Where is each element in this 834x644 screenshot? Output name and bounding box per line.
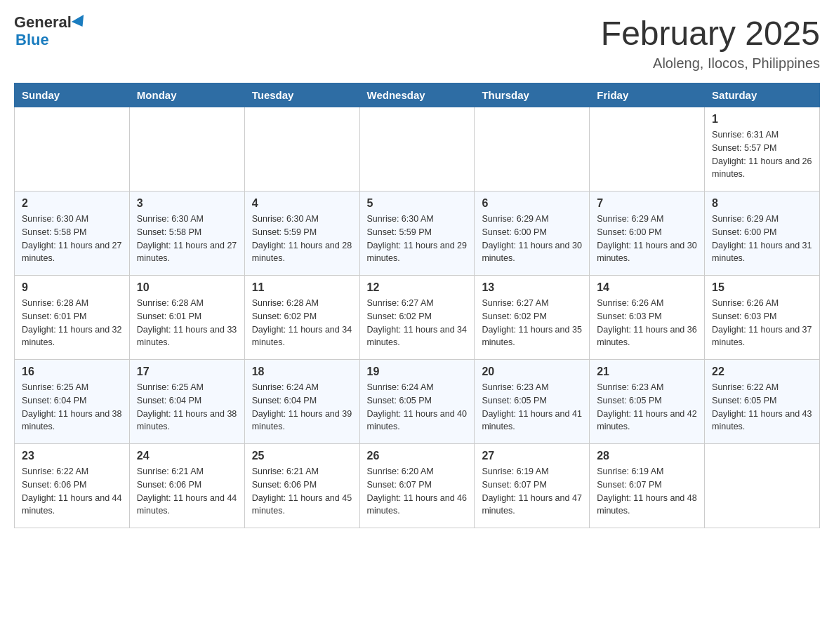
day-number: 11 <box>252 281 352 294</box>
day-info: Sunrise: 6:20 AMSunset: 6:07 PMDaylight:… <box>367 465 468 518</box>
day-number: 19 <box>367 365 468 378</box>
title-block: February 2025 Aloleng, Ilocos, Philippin… <box>601 14 820 72</box>
day-info: Sunrise: 6:24 AMSunset: 6:05 PMDaylight:… <box>367 381 468 434</box>
day-number: 28 <box>597 450 697 462</box>
header-monday: Monday <box>129 83 244 107</box>
day-info: Sunrise: 6:30 AMSunset: 5:58 PMDaylight:… <box>137 213 237 265</box>
calendar-day-cell: 15Sunrise: 6:26 AMSunset: 6:03 PMDayligh… <box>705 276 820 360</box>
day-info: Sunrise: 6:29 AMSunset: 6:00 PMDaylight:… <box>482 213 582 265</box>
day-number: 24 <box>137 450 237 462</box>
day-number: 5 <box>367 197 468 210</box>
calendar-day-cell <box>359 107 475 192</box>
header-thursday: Thursday <box>475 83 590 107</box>
day-info: Sunrise: 6:29 AMSunset: 6:00 PMDaylight:… <box>712 213 812 265</box>
calendar-day-cell <box>129 107 244 192</box>
calendar-day-cell: 7Sunrise: 6:29 AMSunset: 6:00 PMDaylight… <box>590 192 705 276</box>
calendar-day-cell: 22Sunrise: 6:22 AMSunset: 6:05 PMDayligh… <box>705 360 820 444</box>
calendar-subtitle: Aloleng, Ilocos, Philippines <box>601 55 820 72</box>
day-info: Sunrise: 6:26 AMSunset: 6:03 PMDaylight:… <box>712 297 812 349</box>
day-info: Sunrise: 6:31 AMSunset: 5:57 PMDaylight:… <box>712 128 812 181</box>
calendar-title: February 2025 <box>601 14 820 53</box>
day-info: Sunrise: 6:23 AMSunset: 6:05 PMDaylight:… <box>482 381 582 434</box>
day-info: Sunrise: 6:19 AMSunset: 6:07 PMDaylight:… <box>597 465 697 518</box>
calendar-day-cell: 18Sunrise: 6:24 AMSunset: 6:04 PMDayligh… <box>244 360 359 444</box>
calendar-day-cell <box>244 107 359 192</box>
calendar-day-cell: 26Sunrise: 6:20 AMSunset: 6:07 PMDayligh… <box>359 444 475 528</box>
day-number: 10 <box>137 281 237 294</box>
day-number: 4 <box>252 197 352 210</box>
day-info: Sunrise: 6:25 AMSunset: 6:04 PMDaylight:… <box>22 381 122 434</box>
day-number: 16 <box>22 365 122 378</box>
day-info: Sunrise: 6:29 AMSunset: 6:00 PMDaylight:… <box>597 213 697 265</box>
calendar-day-cell: 21Sunrise: 6:23 AMSunset: 6:05 PMDayligh… <box>590 360 705 444</box>
logo-general: General <box>14 14 72 31</box>
calendar-day-cell: 6Sunrise: 6:29 AMSunset: 6:00 PMDaylight… <box>475 192 590 276</box>
calendar-day-cell: 25Sunrise: 6:21 AMSunset: 6:06 PMDayligh… <box>244 444 359 528</box>
day-info: Sunrise: 6:22 AMSunset: 6:05 PMDaylight:… <box>712 381 812 434</box>
day-number: 3 <box>137 197 237 210</box>
day-number: 23 <box>22 450 122 462</box>
calendar-week-row: 16Sunrise: 6:25 AMSunset: 6:04 PMDayligh… <box>15 360 820 444</box>
day-info: Sunrise: 6:26 AMSunset: 6:03 PMDaylight:… <box>597 297 697 349</box>
calendar-day-cell: 16Sunrise: 6:25 AMSunset: 6:04 PMDayligh… <box>15 360 130 444</box>
calendar-day-cell: 11Sunrise: 6:28 AMSunset: 6:02 PMDayligh… <box>244 276 359 360</box>
calendar-day-cell: 12Sunrise: 6:27 AMSunset: 6:02 PMDayligh… <box>359 276 475 360</box>
calendar-day-cell: 4Sunrise: 6:30 AMSunset: 5:59 PMDaylight… <box>244 192 359 276</box>
weekday-header-row: Sunday Monday Tuesday Wednesday Thursday… <box>15 83 820 107</box>
day-number: 27 <box>482 450 582 462</box>
day-number: 15 <box>712 281 812 294</box>
calendar-day-cell: 27Sunrise: 6:19 AMSunset: 6:07 PMDayligh… <box>475 444 590 528</box>
day-info: Sunrise: 6:28 AMSunset: 6:01 PMDaylight:… <box>137 297 237 349</box>
calendar-day-cell: 24Sunrise: 6:21 AMSunset: 6:06 PMDayligh… <box>129 444 244 528</box>
logo: General Blue <box>14 14 87 49</box>
day-info: Sunrise: 6:30 AMSunset: 5:59 PMDaylight:… <box>252 213 352 265</box>
day-number: 9 <box>22 281 122 294</box>
calendar-week-row: 9Sunrise: 6:28 AMSunset: 6:01 PMDaylight… <box>15 276 820 360</box>
day-number: 21 <box>597 365 697 378</box>
day-info: Sunrise: 6:22 AMSunset: 6:06 PMDaylight:… <box>22 465 122 518</box>
day-info: Sunrise: 6:28 AMSunset: 6:02 PMDaylight:… <box>252 297 352 349</box>
day-number: 2 <box>22 197 122 210</box>
logo-blue: Blue <box>15 31 49 49</box>
day-number: 13 <box>482 281 582 294</box>
calendar-day-cell: 13Sunrise: 6:27 AMSunset: 6:02 PMDayligh… <box>475 276 590 360</box>
page-header: General Blue February 2025 Aloleng, Iloc… <box>14 14 820 72</box>
day-number: 22 <box>712 365 812 378</box>
header-saturday: Saturday <box>705 83 820 107</box>
calendar-day-cell: 2Sunrise: 6:30 AMSunset: 5:58 PMDaylight… <box>15 192 130 276</box>
calendar-day-cell: 23Sunrise: 6:22 AMSunset: 6:06 PMDayligh… <box>15 444 130 528</box>
day-info: Sunrise: 6:27 AMSunset: 6:02 PMDaylight:… <box>482 297 582 349</box>
day-info: Sunrise: 6:28 AMSunset: 6:01 PMDaylight:… <box>22 297 122 349</box>
calendar-day-cell: 14Sunrise: 6:26 AMSunset: 6:03 PMDayligh… <box>590 276 705 360</box>
day-info: Sunrise: 6:23 AMSunset: 6:05 PMDaylight:… <box>597 381 697 434</box>
day-number: 25 <box>252 450 352 462</box>
calendar-day-cell <box>475 107 590 192</box>
logo-arrow-icon <box>72 15 88 30</box>
calendar-day-cell: 28Sunrise: 6:19 AMSunset: 6:07 PMDayligh… <box>590 444 705 528</box>
day-number: 1 <box>712 113 812 126</box>
calendar-day-cell <box>15 107 130 192</box>
calendar-day-cell: 5Sunrise: 6:30 AMSunset: 5:59 PMDaylight… <box>359 192 475 276</box>
day-info: Sunrise: 6:25 AMSunset: 6:04 PMDaylight:… <box>137 381 237 434</box>
day-number: 7 <box>597 197 697 210</box>
day-info: Sunrise: 6:27 AMSunset: 6:02 PMDaylight:… <box>367 297 468 349</box>
day-info: Sunrise: 6:24 AMSunset: 6:04 PMDaylight:… <box>252 381 352 434</box>
calendar-week-row: 1Sunrise: 6:31 AMSunset: 5:57 PMDaylight… <box>15 107 820 192</box>
calendar-day-cell: 10Sunrise: 6:28 AMSunset: 6:01 PMDayligh… <box>129 276 244 360</box>
day-number: 14 <box>597 281 697 294</box>
calendar-day-cell <box>705 444 820 528</box>
day-info: Sunrise: 6:19 AMSunset: 6:07 PMDaylight:… <box>482 465 582 518</box>
calendar-table: Sunday Monday Tuesday Wednesday Thursday… <box>14 83 820 528</box>
calendar-day-cell: 1Sunrise: 6:31 AMSunset: 5:57 PMDaylight… <box>705 107 820 192</box>
calendar-day-cell: 3Sunrise: 6:30 AMSunset: 5:58 PMDaylight… <box>129 192 244 276</box>
day-info: Sunrise: 6:21 AMSunset: 6:06 PMDaylight:… <box>137 465 237 518</box>
day-number: 6 <box>482 197 582 210</box>
calendar-day-cell: 9Sunrise: 6:28 AMSunset: 6:01 PMDaylight… <box>15 276 130 360</box>
calendar-day-cell: 20Sunrise: 6:23 AMSunset: 6:05 PMDayligh… <box>475 360 590 444</box>
header-tuesday: Tuesday <box>244 83 359 107</box>
calendar-day-cell: 17Sunrise: 6:25 AMSunset: 6:04 PMDayligh… <box>129 360 244 444</box>
day-number: 17 <box>137 365 237 378</box>
day-number: 26 <box>367 450 468 462</box>
header-friday: Friday <box>590 83 705 107</box>
day-number: 20 <box>482 365 582 378</box>
